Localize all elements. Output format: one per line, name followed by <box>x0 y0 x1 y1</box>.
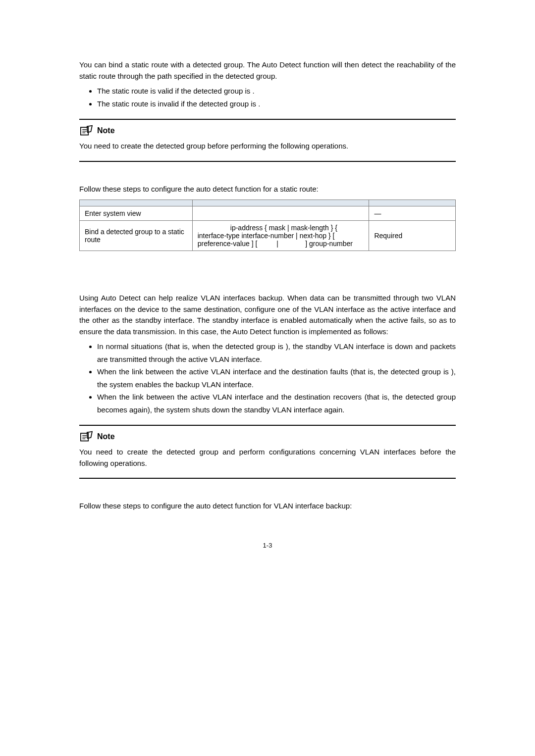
divider <box>79 478 456 479</box>
cell-r1c3: — <box>369 206 456 221</box>
table-caption: Follow these steps to configure the auto… <box>79 184 456 195</box>
divider <box>79 119 456 120</box>
note-icon <box>79 125 93 137</box>
table-header-3 <box>369 200 456 206</box>
cell-r2c3: Required <box>369 221 456 251</box>
closing-paragraph: Follow these steps to configure the auto… <box>79 501 456 512</box>
note-block-1: Note <box>79 125 456 137</box>
table-row: Enter system view — <box>80 206 456 221</box>
intro-bullets: The static route is valid if the detecte… <box>79 85 456 110</box>
vlan-bullet-3: When the link between the active VLAN in… <box>97 391 456 416</box>
intro-paragraph: You can bind a static route with a detec… <box>79 59 456 82</box>
cell-r2c2: ip-address { mask | mask-length } { inte… <box>192 221 369 251</box>
note-block-2: Note <box>79 431 456 443</box>
note-icon <box>79 431 93 443</box>
divider <box>79 425 456 426</box>
vlan-bullet-2: When the link between the active VLAN in… <box>97 365 456 391</box>
note-label: Note <box>97 432 115 441</box>
cell-r1c1: Enter system view <box>80 206 193 221</box>
vlan-paragraph: Using Auto Detect can help realize VLAN … <box>79 293 456 337</box>
divider <box>79 161 456 162</box>
note-text-1: You need to create the detected group be… <box>79 141 456 152</box>
cell-r1c2 <box>192 206 369 221</box>
intro-bullet-2: The static route is invalid if the detec… <box>97 98 456 110</box>
page-container: You can bind a static route with a detec… <box>0 0 535 579</box>
vlan-bullet-1: In normal situations (that is, when the … <box>97 340 456 365</box>
note-text-2: You need to create the detected group an… <box>79 447 456 469</box>
vlan-bullets: In normal situations (that is, when the … <box>79 340 456 416</box>
table-row: Bind a detected group to a static route … <box>80 221 456 251</box>
config-table: Enter system view — Bind a detected grou… <box>79 200 456 251</box>
table-header-1 <box>80 200 193 206</box>
page-number: 1-3 <box>79 542 456 549</box>
table-header-2 <box>192 200 369 206</box>
cell-r2c1: Bind a detected group to a static route <box>80 221 193 251</box>
intro-bullet-1: The static route is valid if the detecte… <box>97 85 456 98</box>
note-label: Note <box>97 126 115 135</box>
